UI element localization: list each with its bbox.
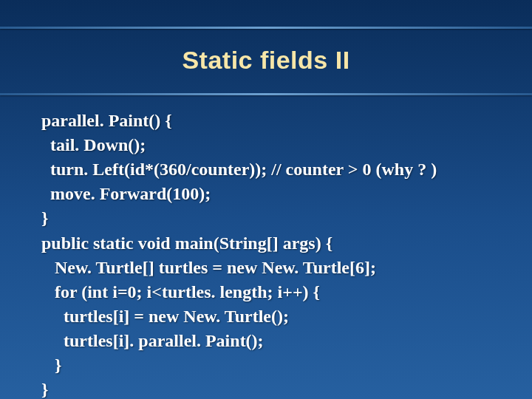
code-line: tail. Down();	[41, 133, 491, 157]
code-line: turtles[i] = new New. Turtle();	[41, 304, 491, 329]
slide-title: Static fields II	[182, 46, 349, 74]
code-line: turtles[i]. parallel. Paint();	[41, 329, 491, 353]
code-line: }	[41, 206, 491, 231]
slide-header: Static fields II	[0, 0, 532, 88]
slide-container: Static fields II parallel. Paint() { tai…	[0, 0, 532, 399]
code-line: parallel. Paint() {	[41, 109, 491, 133]
code-line: turn. Left(id*(360/counter)); // counter…	[41, 157, 491, 182]
code-line: }	[41, 378, 491, 399]
code-line: public static void main(String[] args) {	[41, 231, 491, 256]
divider-bottom	[0, 93, 532, 95]
code-line: }	[41, 353, 491, 378]
slide-body: parallel. Paint() { tail. Down(); turn. …	[0, 88, 532, 399]
divider-top	[0, 27, 532, 29]
code-line: for (int i=0; i<turtles. length; i++) {	[41, 280, 491, 304]
code-line: move. Forward(100);	[41, 182, 491, 206]
code-line: New. Turtle[] turtles = new New. Turtle[…	[41, 256, 491, 280]
